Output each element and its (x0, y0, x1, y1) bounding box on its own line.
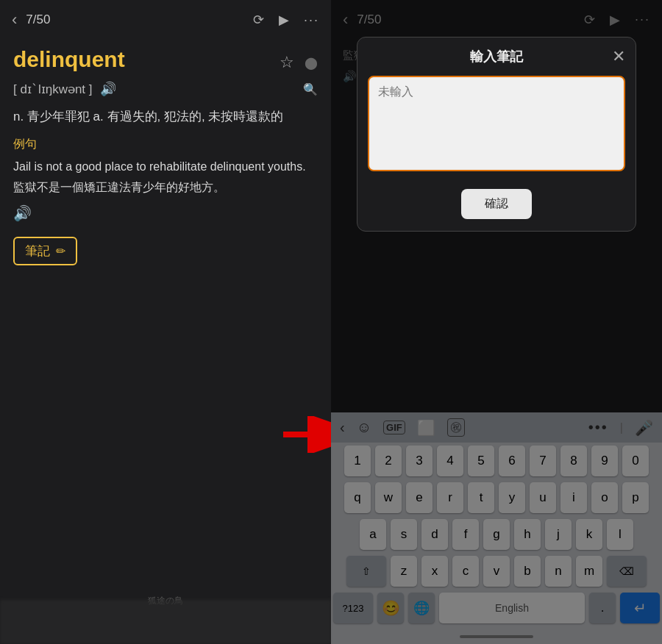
notes-label: 筆記 (25, 243, 50, 260)
notes-btn-area: 筆記 ✏ (0, 226, 331, 276)
left-panel: ‹ 7/50 ⟳ ▶ ··· delinquent ☆ ⬤ [ dɪˋlɪŋkw… (0, 0, 331, 644)
modal-overlay: 輸入筆記 ✕ 確認 (331, 0, 662, 644)
modal-textarea[interactable] (368, 76, 625, 171)
example-en: Jail is not a good place to rehabilitate… (13, 158, 318, 176)
right-panel: ‹ 7/50 ⟳ ▶ ··· 監獄不是一個矯正違法青少年的好地方。 🔊 輸入筆記… (331, 0, 662, 644)
word-title-icons: ☆ ⬤ (280, 53, 318, 72)
search-icon[interactable]: 🔍 (303, 82, 318, 96)
example-sound-icon[interactable]: 🔊 (0, 200, 331, 226)
phonetic-text: [ dɪˋlɪŋkwənt ] (13, 82, 93, 97)
blurred-footer (0, 600, 331, 644)
definition-text: n. 青少年罪犯 a. 有過失的, 犯法的, 未按時還款的 (0, 101, 331, 134)
left-more-icon[interactable]: ··· (304, 12, 319, 28)
left-play-icon[interactable]: ▶ (279, 12, 289, 28)
example-label: 例句 (0, 134, 331, 154)
word-section: delinquent ☆ ⬤ [ dɪˋlɪŋkwənt ] 🔊 🔍 (0, 40, 331, 101)
example-text: Jail is not a good place to rehabilitate… (0, 154, 331, 201)
left-toolbar-right: ⟳ ▶ ··· (253, 12, 319, 28)
left-progress: 7/50 (26, 12, 50, 27)
star-icon[interactable]: ☆ (280, 53, 294, 72)
modal-close-button[interactable]: ✕ (612, 47, 625, 66)
modal-confirm-row: 確認 (357, 185, 636, 231)
notes-button[interactable]: 筆記 ✏ (13, 237, 77, 265)
notes-edit-icon: ✏ (56, 244, 65, 258)
word-title: delinquent (13, 47, 125, 72)
modal-confirm-button[interactable]: 確認 (461, 189, 532, 219)
word-header-row: delinquent ☆ ⬤ (13, 47, 318, 78)
left-back-icon: ‹ (12, 10, 17, 29)
left-repeat-icon[interactable]: ⟳ (253, 12, 264, 28)
circle-icon[interactable]: ⬤ (305, 56, 318, 70)
red-arrow (280, 416, 331, 453)
modal-header: 輸入筆記 ✕ (357, 37, 636, 76)
modal-title: 輸入筆記 (470, 48, 523, 65)
modal-box: 輸入筆記 ✕ 確認 (357, 37, 636, 232)
modal-textarea-wrap (357, 76, 636, 185)
phonetic-sound-icon[interactable]: 🔊 (100, 81, 116, 97)
left-top-bar: ‹ 7/50 ⟳ ▶ ··· (0, 0, 331, 40)
example-zh: 監獄不是一個矯正違法青少年的好地方。 (13, 179, 318, 197)
left-back-button[interactable]: ‹ (12, 10, 17, 29)
